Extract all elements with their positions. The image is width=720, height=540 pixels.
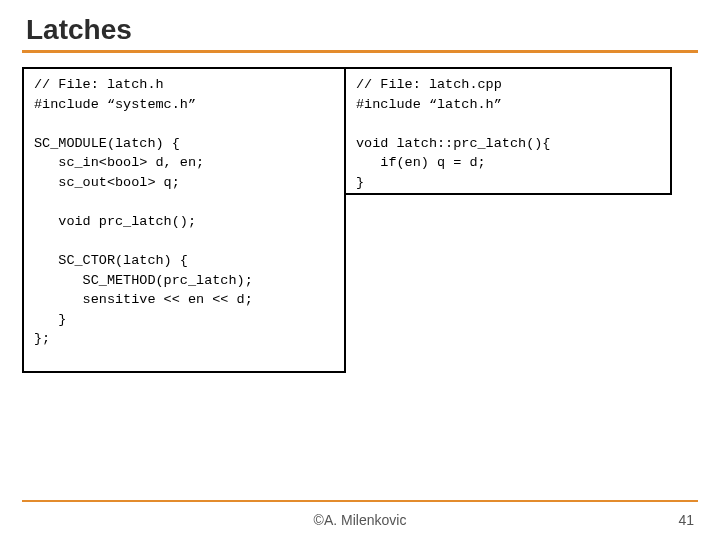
page-number: 41: [678, 512, 694, 528]
slide: Latches // File: latch.h #include “syste…: [0, 0, 720, 540]
footer-author: ©A. Milenkovic: [0, 512, 720, 528]
code-box-cpp-file: // File: latch.cpp #include “latch.h” vo…: [344, 67, 672, 195]
code-box-header-file: // File: latch.h #include “systemc.h” SC…: [22, 67, 346, 373]
title-underline: [22, 50, 698, 53]
slide-title: Latches: [26, 14, 698, 46]
code-area: // File: latch.h #include “systemc.h” SC…: [22, 67, 698, 373]
footer-divider: [22, 500, 698, 502]
